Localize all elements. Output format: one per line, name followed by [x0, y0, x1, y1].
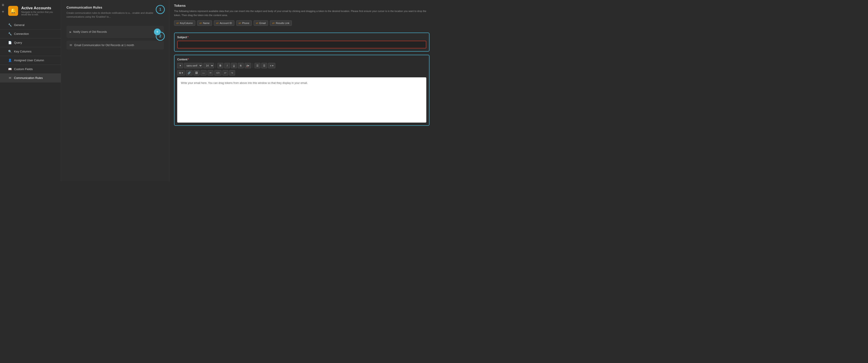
italic-btn[interactable]: I [224, 63, 230, 68]
tokens-title: Tokens [174, 4, 430, 7]
editor-placeholder: Write your email here. You can drag toke… [181, 82, 308, 85]
sidebar-nav: 🔧 General 🔧 Connection 📄 Query 🔍 Key Col… [0, 21, 61, 83]
link-btn[interactable]: 🔗 [186, 70, 193, 75]
sidebar-title-block: Active Accounts Navigate to the section … [21, 6, 57, 16]
sidebar-toggle[interactable]: ≡ [2, 3, 4, 7]
token-pill-label: KeyColumn [180, 22, 193, 24]
user-icon: 👤 [8, 59, 12, 62]
toolbar-row2: ⊞ ▾ 🔗 🖼 — ✂ </> ↩ ↪ [177, 70, 426, 75]
tag-icon: 🏷 [177, 22, 179, 24]
sidebar-header: 🔔 Active Accounts Navigate to the sectio… [0, 2, 61, 18]
wrench-icon-2: 🔧 [8, 32, 12, 35]
notify-section: ▶ Notify Users of Old Records + ✉ Email … [66, 26, 164, 50]
sidebar-subtitle: Navigate to the section that you would l… [21, 11, 57, 16]
size-select[interactable]: 14 [204, 63, 214, 68]
list-ordered-btn[interactable]: ☰ [261, 63, 267, 68]
token-pill-name[interactable]: 🏷 Name [197, 20, 212, 26]
token-pill-key-column[interactable]: 🏷 KeyColumn [174, 20, 195, 26]
tokens-section: Tokens The following tokens represent av… [174, 4, 430, 29]
wrench-icon: 🔧 [8, 23, 12, 27]
hr-btn[interactable]: — [200, 70, 207, 75]
strikethrough-btn[interactable]: S [238, 63, 244, 68]
underline-btn[interactable]: U [231, 63, 237, 68]
subject-input[interactable] [177, 41, 426, 49]
token-pill-account-id[interactable]: 🏷 Account ID [214, 20, 235, 26]
editor-area[interactable]: Write your email here. You can drag toke… [177, 77, 426, 123]
table-btn[interactable]: ⊞ ▾ [177, 70, 185, 75]
token-pill-results-link[interactable]: 🏷 Results Link [270, 20, 292, 26]
scissors-btn[interactable]: ✂ [208, 70, 213, 75]
subject-required: * [187, 36, 188, 39]
sidebar-item-query[interactable]: 📄 Query [0, 38, 61, 47]
main-content: Communication Rules Create communication… [61, 0, 434, 181]
sidebar-item-label: Query [14, 41, 22, 44]
content-required: * [188, 58, 189, 61]
book-icon: 📖 [8, 67, 12, 71]
sidebar-item-key-columns[interactable]: 🔍 Key Columns [0, 47, 61, 56]
step-circle-1: 1 [156, 5, 165, 14]
content-label: Content* [177, 58, 426, 61]
email-row-label: Email Communication for Old Records at 1… [74, 44, 134, 47]
bold-btn[interactable]: B [217, 63, 223, 68]
token-pill-label: Results Link [276, 22, 289, 24]
tokens-desc: The following tokens represent available… [174, 9, 430, 17]
sidebar-item-label: Custom Fields [14, 67, 33, 71]
toolbar-divider [216, 63, 216, 68]
subject-section: Subject* [174, 33, 430, 52]
middle-panel: Communication Rules Create communication… [61, 0, 169, 181]
redo-btn[interactable]: ↪ [229, 70, 235, 75]
content-section: Content* ✦ sans-serif 14 B I U S A ▾ ☰ ☰ [174, 55, 430, 126]
sidebar-item-custom-fields[interactable]: 📖 Custom Fields [0, 65, 61, 73]
sidebar-title: Active Accounts [21, 6, 57, 10]
tag-icon: 🏷 [199, 22, 202, 24]
search-icon: 🔍 [8, 50, 12, 53]
step-circle-2: 2 [156, 32, 165, 41]
sidebar-item-connection[interactable]: 🔧 Connection [0, 30, 61, 38]
sidebar-item-label: Assigned User Column [14, 59, 44, 62]
comm-rules-title: Communication Rules [66, 5, 164, 9]
sidebar-item-communication-rules[interactable]: ✉ Communication Rules [0, 74, 61, 82]
sidebar-item-general[interactable]: 🔧 General [0, 21, 61, 29]
token-pill-label: Phone [242, 22, 249, 24]
email-row[interactable]: ✉ Email Communication for Old Records at… [66, 41, 164, 50]
tag-icon: 🏷 [216, 22, 219, 24]
email-nav-icon: ✉ [8, 76, 12, 80]
token-pill-label: Name [203, 22, 210, 24]
token-pills: 🏷 KeyColumn 🏷 Name 🏷 Account ID 🏷 Phone … [174, 20, 430, 26]
doc-icon: 📄 [8, 41, 12, 44]
code-btn[interactable]: </> [214, 70, 221, 75]
sidebar-item-label: Key Columns [14, 50, 31, 53]
notify-label: Notify Users of Old Records [73, 30, 107, 33]
image-btn[interactable]: 🖼 [193, 70, 199, 75]
token-pill-label: Email [259, 22, 266, 24]
magic-btn[interactable]: ✦ [177, 63, 183, 68]
token-pill-email[interactable]: 🏷 Email [254, 20, 268, 26]
list-unordered-btn[interactable]: ☰ [254, 63, 260, 68]
notify-row: ▶ Notify Users of Old Records + [66, 26, 164, 38]
tag-icon: 🏷 [239, 22, 241, 24]
bell-icon: 🔔 [8, 6, 18, 16]
align-btn[interactable]: ≡ ▾ [268, 63, 275, 68]
right-panel: Tokens The following tokens represent av… [169, 0, 434, 181]
subject-label: Subject* [177, 36, 426, 39]
sidebar-item-label: General [14, 23, 24, 27]
token-pill-phone[interactable]: 🏷 Phone [236, 20, 252, 26]
undo-btn[interactable]: ↩ [222, 70, 228, 75]
sidebar: ≡ + 🔔 Active Accounts Navigate to the se… [0, 0, 61, 181]
font-color-btn[interactable]: A ▾ [245, 63, 251, 68]
font-select[interactable]: sans-serif [184, 63, 203, 68]
email-row-icon: ✉ [70, 43, 72, 47]
tag-icon: 🏷 [256, 22, 258, 24]
comm-rules-desc: Create communication rules to distribute… [66, 11, 164, 19]
tag-icon: 🏷 [272, 22, 275, 24]
sidebar-item-assigned-user[interactable]: 👤 Assigned User Column [0, 56, 61, 65]
toolbar-row1: ✦ sans-serif 14 B I U S A ▾ ☰ ☰ ≡ ▾ [177, 63, 426, 68]
tri-icon: ▶ [70, 31, 71, 33]
token-pill-label: Account ID [220, 22, 232, 24]
sidebar-add-btn[interactable]: + [2, 9, 4, 14]
sidebar-item-label: Connection [14, 32, 29, 35]
toolbar-divider-2 [253, 63, 253, 68]
sidebar-item-label: Communication Rules [14, 76, 43, 80]
comm-rules-header: Communication Rules Create communication… [61, 0, 169, 21]
